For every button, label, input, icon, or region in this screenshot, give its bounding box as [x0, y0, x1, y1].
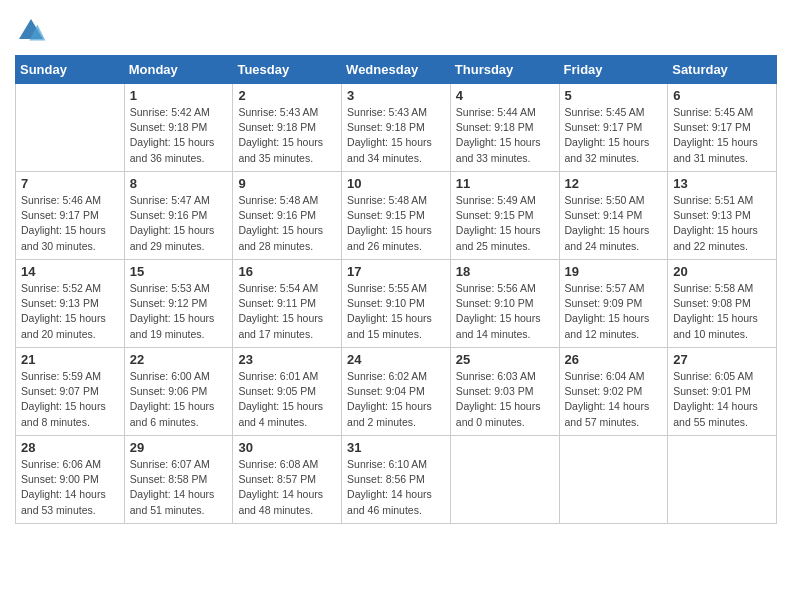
day-number: 3 [347, 88, 445, 103]
calendar-header-friday: Friday [559, 56, 668, 84]
day-number: 23 [238, 352, 336, 367]
calendar-header-tuesday: Tuesday [233, 56, 342, 84]
day-info: Sunrise: 6:00 AM Sunset: 9:06 PM Dayligh… [130, 369, 228, 430]
day-number: 12 [565, 176, 663, 191]
calendar-cell: 24Sunrise: 6:02 AM Sunset: 9:04 PM Dayli… [342, 348, 451, 436]
calendar-cell: 29Sunrise: 6:07 AM Sunset: 8:58 PM Dayli… [124, 436, 233, 524]
calendar-cell [668, 436, 777, 524]
calendar-cell: 8Sunrise: 5:47 AM Sunset: 9:16 PM Daylig… [124, 172, 233, 260]
calendar-cell: 30Sunrise: 6:08 AM Sunset: 8:57 PM Dayli… [233, 436, 342, 524]
calendar-cell: 15Sunrise: 5:53 AM Sunset: 9:12 PM Dayli… [124, 260, 233, 348]
day-number: 30 [238, 440, 336, 455]
calendar-cell: 23Sunrise: 6:01 AM Sunset: 9:05 PM Dayli… [233, 348, 342, 436]
calendar-cell: 10Sunrise: 5:48 AM Sunset: 9:15 PM Dayli… [342, 172, 451, 260]
week-row-2: 7Sunrise: 5:46 AM Sunset: 9:17 PM Daylig… [16, 172, 777, 260]
calendar-cell: 1Sunrise: 5:42 AM Sunset: 9:18 PM Daylig… [124, 84, 233, 172]
day-info: Sunrise: 6:04 AM Sunset: 9:02 PM Dayligh… [565, 369, 663, 430]
calendar-cell [16, 84, 125, 172]
day-info: Sunrise: 5:49 AM Sunset: 9:15 PM Dayligh… [456, 193, 554, 254]
day-number: 22 [130, 352, 228, 367]
day-info: Sunrise: 5:43 AM Sunset: 9:18 PM Dayligh… [347, 105, 445, 166]
calendar-header-row: SundayMondayTuesdayWednesdayThursdayFrid… [16, 56, 777, 84]
day-info: Sunrise: 5:54 AM Sunset: 9:11 PM Dayligh… [238, 281, 336, 342]
calendar-cell: 18Sunrise: 5:56 AM Sunset: 9:10 PM Dayli… [450, 260, 559, 348]
day-info: Sunrise: 5:48 AM Sunset: 9:16 PM Dayligh… [238, 193, 336, 254]
day-number: 19 [565, 264, 663, 279]
calendar-cell: 27Sunrise: 6:05 AM Sunset: 9:01 PM Dayli… [668, 348, 777, 436]
calendar-cell [450, 436, 559, 524]
day-number: 14 [21, 264, 119, 279]
page: SundayMondayTuesdayWednesdayThursdayFrid… [0, 0, 792, 612]
day-number: 13 [673, 176, 771, 191]
day-info: Sunrise: 6:07 AM Sunset: 8:58 PM Dayligh… [130, 457, 228, 518]
calendar-cell: 20Sunrise: 5:58 AM Sunset: 9:08 PM Dayli… [668, 260, 777, 348]
header [15, 10, 777, 47]
day-info: Sunrise: 6:05 AM Sunset: 9:01 PM Dayligh… [673, 369, 771, 430]
week-row-4: 21Sunrise: 5:59 AM Sunset: 9:07 PM Dayli… [16, 348, 777, 436]
day-number: 6 [673, 88, 771, 103]
calendar-header-sunday: Sunday [16, 56, 125, 84]
day-info: Sunrise: 5:53 AM Sunset: 9:12 PM Dayligh… [130, 281, 228, 342]
calendar-cell: 17Sunrise: 5:55 AM Sunset: 9:10 PM Dayli… [342, 260, 451, 348]
calendar-cell: 16Sunrise: 5:54 AM Sunset: 9:11 PM Dayli… [233, 260, 342, 348]
day-info: Sunrise: 5:48 AM Sunset: 9:15 PM Dayligh… [347, 193, 445, 254]
day-info: Sunrise: 5:57 AM Sunset: 9:09 PM Dayligh… [565, 281, 663, 342]
calendar-cell: 7Sunrise: 5:46 AM Sunset: 9:17 PM Daylig… [16, 172, 125, 260]
calendar-cell: 3Sunrise: 5:43 AM Sunset: 9:18 PM Daylig… [342, 84, 451, 172]
day-number: 21 [21, 352, 119, 367]
calendar-cell: 22Sunrise: 6:00 AM Sunset: 9:06 PM Dayli… [124, 348, 233, 436]
calendar-header-saturday: Saturday [668, 56, 777, 84]
calendar-header-thursday: Thursday [450, 56, 559, 84]
day-info: Sunrise: 5:46 AM Sunset: 9:17 PM Dayligh… [21, 193, 119, 254]
calendar-cell: 26Sunrise: 6:04 AM Sunset: 9:02 PM Dayli… [559, 348, 668, 436]
day-info: Sunrise: 5:47 AM Sunset: 9:16 PM Dayligh… [130, 193, 228, 254]
day-info: Sunrise: 5:59 AM Sunset: 9:07 PM Dayligh… [21, 369, 119, 430]
day-number: 15 [130, 264, 228, 279]
day-info: Sunrise: 5:50 AM Sunset: 9:14 PM Dayligh… [565, 193, 663, 254]
day-number: 7 [21, 176, 119, 191]
day-number: 5 [565, 88, 663, 103]
day-info: Sunrise: 5:56 AM Sunset: 9:10 PM Dayligh… [456, 281, 554, 342]
calendar-cell: 4Sunrise: 5:44 AM Sunset: 9:18 PM Daylig… [450, 84, 559, 172]
calendar-cell: 13Sunrise: 5:51 AM Sunset: 9:13 PM Dayli… [668, 172, 777, 260]
day-info: Sunrise: 5:52 AM Sunset: 9:13 PM Dayligh… [21, 281, 119, 342]
day-info: Sunrise: 6:01 AM Sunset: 9:05 PM Dayligh… [238, 369, 336, 430]
calendar-table: SundayMondayTuesdayWednesdayThursdayFrid… [15, 55, 777, 524]
day-info: Sunrise: 5:42 AM Sunset: 9:18 PM Dayligh… [130, 105, 228, 166]
calendar-cell: 9Sunrise: 5:48 AM Sunset: 9:16 PM Daylig… [233, 172, 342, 260]
day-info: Sunrise: 5:45 AM Sunset: 9:17 PM Dayligh… [673, 105, 771, 166]
day-number: 17 [347, 264, 445, 279]
day-number: 16 [238, 264, 336, 279]
day-info: Sunrise: 5:44 AM Sunset: 9:18 PM Dayligh… [456, 105, 554, 166]
calendar-cell: 21Sunrise: 5:59 AM Sunset: 9:07 PM Dayli… [16, 348, 125, 436]
day-number: 26 [565, 352, 663, 367]
day-number: 28 [21, 440, 119, 455]
calendar-header-wednesday: Wednesday [342, 56, 451, 84]
day-number: 20 [673, 264, 771, 279]
logo [15, 15, 51, 47]
week-row-3: 14Sunrise: 5:52 AM Sunset: 9:13 PM Dayli… [16, 260, 777, 348]
calendar-cell: 25Sunrise: 6:03 AM Sunset: 9:03 PM Dayli… [450, 348, 559, 436]
calendar-cell: 28Sunrise: 6:06 AM Sunset: 9:00 PM Dayli… [16, 436, 125, 524]
logo-icon [15, 15, 47, 47]
day-number: 2 [238, 88, 336, 103]
day-number: 25 [456, 352, 554, 367]
week-row-5: 28Sunrise: 6:06 AM Sunset: 9:00 PM Dayli… [16, 436, 777, 524]
day-info: Sunrise: 5:55 AM Sunset: 9:10 PM Dayligh… [347, 281, 445, 342]
calendar-cell: 14Sunrise: 5:52 AM Sunset: 9:13 PM Dayli… [16, 260, 125, 348]
day-number: 11 [456, 176, 554, 191]
calendar-cell: 19Sunrise: 5:57 AM Sunset: 9:09 PM Dayli… [559, 260, 668, 348]
day-info: Sunrise: 5:45 AM Sunset: 9:17 PM Dayligh… [565, 105, 663, 166]
calendar-header-monday: Monday [124, 56, 233, 84]
day-number: 10 [347, 176, 445, 191]
day-number: 29 [130, 440, 228, 455]
day-info: Sunrise: 5:58 AM Sunset: 9:08 PM Dayligh… [673, 281, 771, 342]
day-info: Sunrise: 6:03 AM Sunset: 9:03 PM Dayligh… [456, 369, 554, 430]
day-number: 31 [347, 440, 445, 455]
calendar-cell: 12Sunrise: 5:50 AM Sunset: 9:14 PM Dayli… [559, 172, 668, 260]
day-info: Sunrise: 6:10 AM Sunset: 8:56 PM Dayligh… [347, 457, 445, 518]
calendar-cell [559, 436, 668, 524]
day-info: Sunrise: 6:08 AM Sunset: 8:57 PM Dayligh… [238, 457, 336, 518]
calendar-cell: 2Sunrise: 5:43 AM Sunset: 9:18 PM Daylig… [233, 84, 342, 172]
calendar-cell: 31Sunrise: 6:10 AM Sunset: 8:56 PM Dayli… [342, 436, 451, 524]
